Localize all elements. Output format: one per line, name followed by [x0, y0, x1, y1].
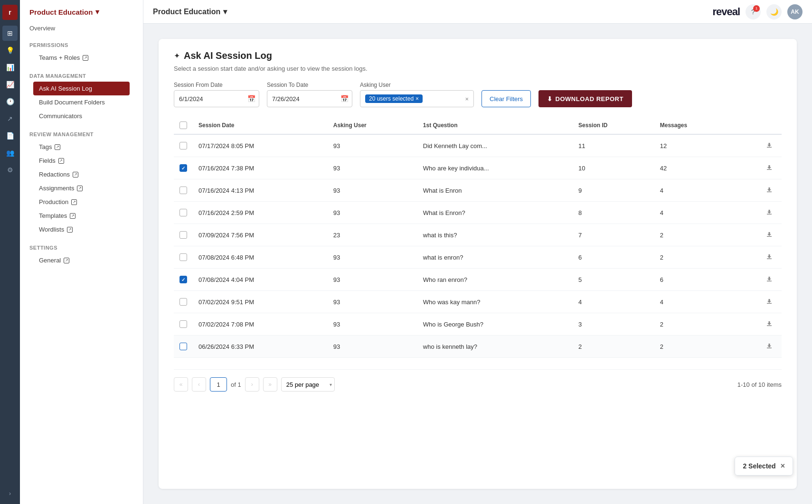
page-subtitle: Select a session start date and/or askin…: [174, 65, 782, 72]
sidebar-section-review-management: REVIEW MANAGEMENT Tags ↗ Fields ↗ Redact…: [20, 125, 143, 238]
row-checkbox-4[interactable]: [179, 209, 187, 216]
per-page-select[interactable]: 25 per page 50 per page 100 per page: [281, 377, 335, 392]
asking-user-tag-close[interactable]: ×: [415, 95, 419, 102]
row-checkbox-10[interactable]: [179, 343, 187, 350]
table-row: 07/02/2024 7:08 PM93Who is George Bush?3…: [174, 313, 782, 336]
redactions-ext-icon: ↗: [73, 172, 78, 177]
pagination-next-button[interactable]: ›: [245, 377, 259, 392]
avatar[interactable]: AK: [787, 4, 803, 19]
cell-messages-10: 2: [654, 336, 732, 358]
cell-question-4: What is Enron?: [417, 202, 573, 224]
table-row: 07/09/2024 7:56 PM23what is this?72: [174, 224, 782, 246]
row-checkbox-6[interactable]: [179, 253, 187, 261]
icon-analytics[interactable]: 📊: [2, 60, 18, 75]
page-title-row: ✦ Ask AI Session Log: [174, 50, 782, 61]
selected-badge-close[interactable]: ×: [781, 462, 785, 470]
assignments-label: Assignments: [39, 185, 74, 192]
icon-users[interactable]: 👥: [2, 145, 18, 160]
row-checkbox-2[interactable]: [179, 164, 187, 172]
sidebar-item-communicators[interactable]: Communicators: [29, 109, 133, 123]
theme-toggle-button[interactable]: 🌙: [766, 4, 782, 19]
row-checkbox-7[interactable]: [179, 276, 187, 283]
table-wrap: Session Date Asking User 1st Question Se…: [174, 117, 782, 358]
select-all-checkbox[interactable]: [179, 121, 187, 129]
cell-date-1: 07/17/2024 8:05 PM: [193, 134, 328, 157]
content-wrapper: ✦ Ask AI Session Log Select a session st…: [143, 24, 812, 504]
pagination-row: « ‹ 1 of 1 › » 25 per page 50 per page 1…: [174, 369, 782, 392]
pagination-last-button[interactable]: »: [263, 377, 277, 392]
download-label: DOWNLOAD REPORT: [556, 95, 623, 103]
pagination-of: of 1: [231, 381, 241, 388]
table-row: 07/08/2024 4:04 PM93Who ran enron?56: [174, 269, 782, 291]
download-row-button-8[interactable]: [763, 296, 776, 308]
icon-gear[interactable]: ⚙: [2, 162, 18, 177]
cell-date-5: 07/09/2024 7:56 PM: [193, 224, 328, 246]
sidebar-item-general[interactable]: General ↗: [29, 253, 133, 267]
pagination-prev-button[interactable]: ‹: [192, 377, 206, 392]
sidebar-section-data-management: DATA MANAGEMENT Ask AI Session Log Build…: [20, 66, 143, 125]
row-checkbox-3[interactable]: [179, 187, 187, 194]
download-report-button[interactable]: ⬇ DOWNLOAD REPORT: [538, 90, 632, 107]
icon-chart-line[interactable]: 📈: [2, 77, 18, 92]
download-row-button-9[interactable]: [763, 318, 776, 330]
row-checkbox-1[interactable]: [179, 142, 187, 149]
help-button[interactable]: ? 1: [746, 4, 761, 19]
download-row-button-10[interactable]: [763, 341, 776, 352]
sidebar-item-tags[interactable]: Tags ↗: [29, 140, 133, 154]
icon-grid[interactable]: ⊞: [2, 26, 18, 41]
sidebar-item-teams-roles[interactable]: Teams + Roles ↗: [29, 51, 133, 65]
download-row-button-5[interactable]: [763, 229, 776, 241]
sidebar-expand-icon[interactable]: ›: [2, 488, 18, 499]
sidebar-item-templates[interactable]: Templates ↗: [29, 209, 133, 223]
sidebar-item-wordlists[interactable]: Wordlists ↗: [29, 223, 133, 236]
icon-bulb[interactable]: 💡: [2, 43, 18, 58]
cell-user-7: 93: [328, 269, 417, 291]
download-row-button-4[interactable]: [763, 207, 776, 218]
app-logo-icon[interactable]: r: [2, 5, 18, 20]
sidebar-item-production[interactable]: Production ↗: [29, 195, 133, 209]
row-checkbox-8[interactable]: [179, 298, 187, 306]
download-row-button-2[interactable]: [763, 162, 776, 174]
templates-ext-icon: ↗: [70, 213, 76, 219]
session-from-input-wrap: 📅: [174, 90, 259, 107]
sidebar-item-overview[interactable]: Overview: [20, 21, 143, 36]
icon-clock[interactable]: 🕐: [2, 94, 18, 109]
cell-messages-7: 6: [654, 269, 732, 291]
icon-bar: r ⊞ 💡 📊 📈 🕐 ↗ 📄 👥 ⚙ ›: [0, 0, 20, 504]
cell-session-id-10: 2: [573, 336, 654, 358]
session-from-input[interactable]: [174, 90, 259, 107]
download-row-button-3[interactable]: [763, 185, 776, 196]
cell-user-4: 93: [328, 202, 417, 224]
table-header: Session Date Asking User 1st Question Se…: [174, 117, 782, 134]
icon-docs[interactable]: 📄: [2, 128, 18, 143]
cell-messages-9: 2: [654, 313, 732, 336]
cell-user-1: 93: [328, 134, 417, 157]
cell-date-10: 06/26/2024 6:33 PM: [193, 336, 328, 358]
cell-user-2: 93: [328, 157, 417, 179]
sidebar-item-assignments[interactable]: Assignments ↗: [29, 181, 133, 195]
selected-badge: 2 Selected ×: [735, 457, 793, 476]
asking-user-input[interactable]: 20 users selected × ×: [360, 90, 474, 107]
download-row-button-7[interactable]: [763, 274, 776, 285]
session-to-label: Session To Date: [267, 82, 352, 88]
icon-trend[interactable]: ↗: [2, 111, 18, 126]
filter-row: Session From Date 📅 Session To Date 📅 As…: [174, 82, 782, 107]
session-to-input[interactable]: [267, 90, 352, 107]
sidebar-item-build-docs[interactable]: Build Document Folders: [29, 95, 133, 109]
row-checkbox-5[interactable]: [179, 231, 187, 239]
cell-user-10: 93: [328, 336, 417, 358]
sidebar-item-fields[interactable]: Fields ↗: [29, 154, 133, 168]
header-messages: Messages: [654, 117, 732, 134]
pagination-first-button[interactable]: «: [174, 377, 188, 392]
asking-user-group: Asking User 20 users selected × ×: [360, 82, 474, 107]
download-row-button-6[interactable]: [763, 252, 776, 263]
asking-user-clear-icon[interactable]: ×: [465, 95, 469, 103]
row-checkbox-9[interactable]: [179, 320, 187, 328]
sidebar-item-ask-ai[interactable]: Ask AI Session Log: [33, 82, 130, 95]
download-row-button-1[interactable]: [763, 140, 776, 151]
cell-session-id-1: 11: [573, 134, 654, 157]
clear-filters-button[interactable]: Clear Filters: [482, 90, 531, 107]
sidebar-item-redactions[interactable]: Redactions ↗: [29, 168, 133, 181]
app-title[interactable]: Product Education ▾: [29, 8, 133, 16]
cell-question-10: who is kenneth lay?: [417, 336, 573, 358]
